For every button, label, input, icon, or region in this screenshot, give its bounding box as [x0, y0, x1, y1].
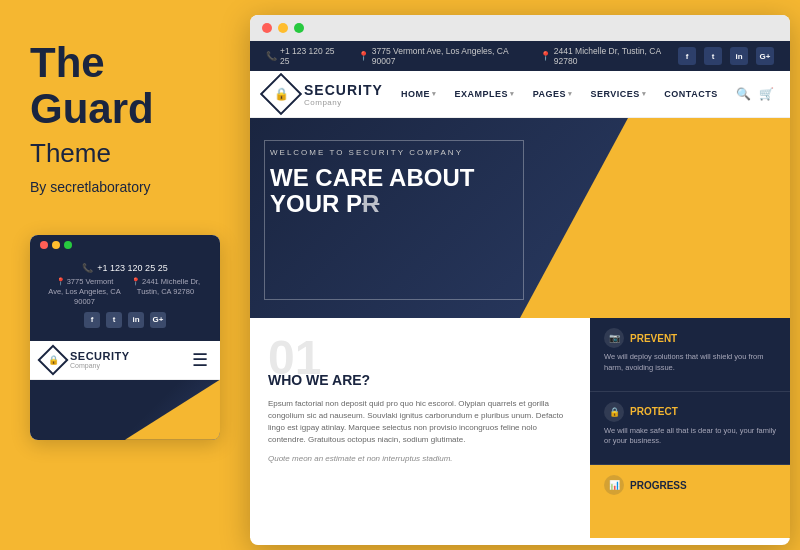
- topbar-linkedin-icon[interactable]: in: [730, 47, 748, 65]
- feature-protect: 🔒 PROTECT We will make safe all that is …: [590, 392, 790, 466]
- site-logo: 🔒 SECURITY Company: [266, 79, 383, 109]
- nav-examples[interactable]: EXAMPLES ▾: [447, 85, 523, 103]
- nav-pages[interactable]: PAGES ▾: [525, 85, 581, 103]
- feature-progress: 📊 PROGRESS: [590, 465, 790, 538]
- nav-home[interactable]: HOME ▾: [393, 85, 445, 103]
- topbar-phone: 📞 +1 123 120 25 25: [266, 46, 342, 66]
- browser-mockup: 📞 +1 123 120 25 25 📍 3775 Vermont Ave, L…: [250, 15, 790, 545]
- mobile-logo-diamond: 🔒: [37, 344, 68, 375]
- social-gplus-icon[interactable]: G+: [150, 312, 166, 328]
- mobile-logo-name: SECURITY: [70, 350, 130, 362]
- social-facebook-icon[interactable]: f: [84, 312, 100, 328]
- hero-section: WELCOME TO SECURITY COMPANY WE CARE ABOU…: [250, 118, 790, 318]
- mobile-top-bar: 📞 +1 123 120 25 25 📍 3775 Vermont Ave, L…: [30, 255, 220, 340]
- location-icon-2: 📍: [540, 51, 551, 61]
- section-quote: Quote meon an estimate et non interruptu…: [268, 454, 572, 463]
- feature-prevent-title: 📷 PREVENT: [604, 328, 776, 348]
- feature-progress-title: 📊 PROGRESS: [604, 475, 776, 495]
- logo-sub: Company: [304, 98, 383, 107]
- social-linkedin-icon[interactable]: in: [128, 312, 144, 328]
- mobile-addr2: 📍 2441 Michelle Dr, Tustin, CA 92780: [129, 277, 202, 306]
- logo-text-wrap: SECURITY Company: [304, 82, 383, 107]
- left-panel: The Guard Theme By secretlaboratory 📞 +1…: [0, 0, 248, 550]
- top-bar-left: 📞 +1 123 120 25 25 📍 3775 Vermont Ave, L…: [266, 46, 678, 66]
- mobile-mockup: 📞 +1 123 120 25 25 📍 3775 Vermont Ave, L…: [30, 235, 220, 439]
- topbar-gplus-icon[interactable]: G+: [756, 47, 774, 65]
- theme-subtitle: Theme: [30, 138, 218, 169]
- topbar-addr2: 📍 2441 Michelle Dr, Tustin, CA 92780: [540, 46, 678, 66]
- feature-prevent-text: We will deploy solutions that will shiel…: [604, 352, 776, 373]
- site-nav: 🔒 SECURITY Company HOME ▾ EXAMPLES ▾ PAG…: [250, 71, 790, 118]
- mobile-hero-triangle: [125, 380, 220, 440]
- mobile-hero-preview: [30, 380, 220, 440]
- browser-dot-red: [262, 23, 272, 33]
- progress-icon: 📊: [604, 475, 624, 495]
- logo-lock-icon: 🔒: [274, 87, 289, 101]
- prevent-icon: 📷: [604, 328, 624, 348]
- site-top-bar: 📞 +1 123 120 25 25 📍 3775 Vermont Ave, L…: [250, 41, 790, 71]
- services-chevron-icon: ▾: [642, 90, 647, 98]
- browser-chrome: [250, 15, 790, 41]
- feature-prevent: 📷 PREVENT We will deploy solutions that …: [590, 318, 790, 392]
- mobile-logo-text-wrap: SECURITY Company: [70, 350, 130, 369]
- nav-icons: 🔍 🛒: [736, 87, 774, 101]
- protect-icon: 🔒: [604, 402, 624, 422]
- search-icon[interactable]: 🔍: [736, 87, 751, 101]
- feature-protect-text: We will make safe all that is dear to yo…: [604, 426, 776, 447]
- examples-chevron-icon: ▾: [510, 90, 515, 98]
- hero-welcome-text: WELCOME TO SECURITY COMPANY: [270, 148, 474, 157]
- mobile-dot-red: [40, 241, 48, 249]
- mobile-phone: 📞 +1 123 120 25 25: [40, 263, 210, 273]
- theme-title: The Guard: [30, 40, 218, 132]
- nav-contacts[interactable]: CONTACTS: [656, 85, 725, 103]
- mobile-chrome-bar: [30, 235, 220, 255]
- content-section: 01 WHO WE ARE? Epsum factorial non depos…: [250, 318, 790, 538]
- browser-dot-green: [294, 23, 304, 33]
- topbar-facebook-icon[interactable]: f: [678, 47, 696, 65]
- theme-by: By secretlaboratory: [30, 179, 218, 195]
- content-left: 01 WHO WE ARE? Epsum factorial non depos…: [250, 318, 590, 538]
- mobile-social-row: f t in G+: [40, 307, 210, 333]
- hero-content: WELCOME TO SECURITY COMPANY WE CARE ABOU…: [270, 148, 474, 218]
- browser-dot-yellow: [278, 23, 288, 33]
- mobile-lock-icon: 🔒: [48, 355, 59, 365]
- topbar-addr1: 📍 3775 Vermont Ave, Los Angeles, CA 9000…: [358, 46, 524, 66]
- nav-menu: HOME ▾ EXAMPLES ▾ PAGES ▾ SERVICES ▾ CON…: [393, 85, 726, 103]
- top-bar-social: f t in G+: [678, 47, 774, 65]
- feature-protect-title: 🔒 PROTECT: [604, 402, 776, 422]
- mobile-dot-green: [64, 241, 72, 249]
- hero-title: WE CARE ABOUT YOUR PR: [270, 165, 474, 218]
- section-paragraph: Epsum factorial non deposit quid pro quo…: [268, 398, 572, 446]
- home-chevron-icon: ▾: [432, 90, 437, 98]
- location-icon-1: 📍: [358, 51, 369, 61]
- mobile-dot-yellow: [52, 241, 60, 249]
- section-title: WHO WE ARE?: [268, 372, 572, 388]
- title-line2: Guard: [30, 85, 154, 132]
- hamburger-menu-icon[interactable]: ☰: [192, 351, 208, 369]
- topbar-twitter-icon[interactable]: t: [704, 47, 722, 65]
- mobile-logo: 🔒 SECURITY Company: [42, 349, 130, 371]
- mobile-nav-bar: 🔒 SECURITY Company ☰: [30, 341, 220, 380]
- features-panel: 📷 PREVENT We will deploy solutions that …: [590, 318, 790, 538]
- pages-chevron-icon: ▾: [568, 90, 573, 98]
- social-twitter-icon[interactable]: t: [106, 312, 122, 328]
- logo-name: SECURITY: [304, 82, 383, 98]
- phone-icon: 📞: [266, 51, 277, 61]
- cart-icon[interactable]: 🛒: [759, 87, 774, 101]
- title-line1: The: [30, 39, 105, 86]
- mobile-logo-sub: Company: [70, 362, 130, 369]
- nav-services[interactable]: SERVICES ▾: [582, 85, 654, 103]
- logo-diamond-icon: 🔒: [260, 73, 302, 115]
- mobile-address-row: 📍 3775 Vermont Ave, Los Angeles, CA 9000…: [40, 277, 210, 306]
- mobile-addr1: 📍 3775 Vermont Ave, Los Angeles, CA 9000…: [48, 277, 121, 306]
